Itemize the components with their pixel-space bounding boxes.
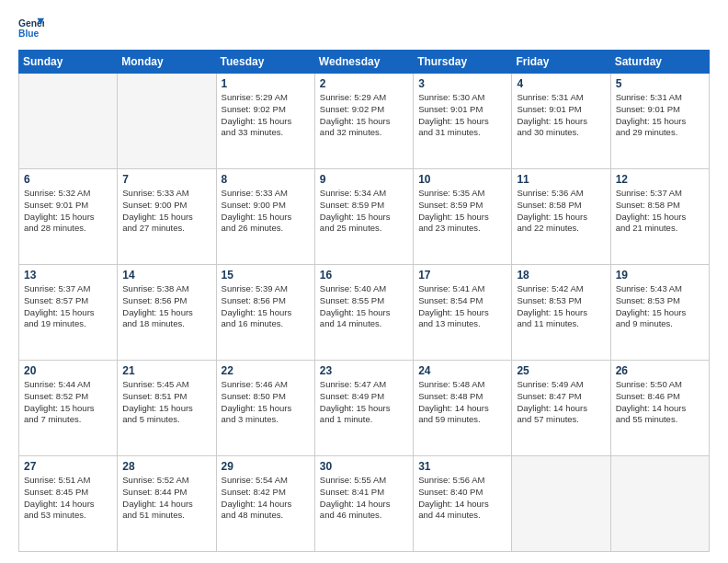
day-number: 4	[517, 77, 605, 90]
day-info: Sunrise: 5:29 AM Sunset: 9:02 PM Dayligh…	[222, 92, 310, 139]
day-info: Sunrise: 5:50 AM Sunset: 8:46 PM Dayligh…	[616, 379, 704, 426]
day-number: 24	[418, 364, 506, 377]
day-number: 27	[24, 460, 112, 473]
day-info: Sunrise: 5:43 AM Sunset: 8:53 PM Dayligh…	[616, 283, 704, 330]
calendar-cell: 24Sunrise: 5:48 AM Sunset: 8:48 PM Dayli…	[414, 361, 512, 456]
day-number: 8	[222, 173, 310, 186]
page: General Blue SundayMondayTuesdayWednesda…	[0, 0, 728, 563]
calendar-cell: 2Sunrise: 5:29 AM Sunset: 9:02 PM Daylig…	[314, 74, 413, 169]
day-info: Sunrise: 5:32 AM Sunset: 9:01 PM Dayligh…	[24, 188, 112, 235]
day-number: 10	[418, 173, 506, 186]
calendar-cell: 8Sunrise: 5:33 AM Sunset: 9:00 PM Daylig…	[216, 169, 314, 265]
calendar-cell: 14Sunrise: 5:38 AM Sunset: 8:56 PM Dayli…	[118, 265, 216, 361]
day-info: Sunrise: 5:30 AM Sunset: 9:01 PM Dayligh…	[418, 92, 506, 139]
calendar-cell: 4Sunrise: 5:31 AM Sunset: 9:01 PM Daylig…	[512, 74, 610, 169]
calendar-cell	[512, 456, 610, 552]
calendar-cell: 15Sunrise: 5:39 AM Sunset: 8:56 PM Dayli…	[216, 265, 314, 361]
day-info: Sunrise: 5:56 AM Sunset: 8:40 PM Dayligh…	[418, 475, 506, 522]
calendar-cell: 7Sunrise: 5:33 AM Sunset: 9:00 PM Daylig…	[118, 169, 216, 265]
day-number: 17	[418, 269, 506, 282]
day-number: 25	[517, 364, 605, 377]
day-info: Sunrise: 5:33 AM Sunset: 9:00 PM Dayligh…	[222, 188, 310, 235]
day-info: Sunrise: 5:38 AM Sunset: 8:56 PM Dayligh…	[122, 283, 210, 330]
day-number: 20	[24, 364, 112, 377]
weekday-header-thursday: Thursday	[414, 51, 512, 74]
day-number: 28	[122, 460, 210, 473]
calendar-cell: 21Sunrise: 5:45 AM Sunset: 8:51 PM Dayli…	[118, 361, 216, 456]
day-number: 3	[418, 77, 506, 90]
day-number: 18	[517, 269, 605, 282]
day-info: Sunrise: 5:31 AM Sunset: 9:01 PM Dayligh…	[517, 92, 605, 139]
day-info: Sunrise: 5:45 AM Sunset: 8:51 PM Dayligh…	[122, 379, 210, 426]
svg-text:Blue: Blue	[18, 29, 40, 39]
calendar-cell: 11Sunrise: 5:36 AM Sunset: 8:58 PM Dayli…	[512, 169, 610, 265]
day-info: Sunrise: 5:51 AM Sunset: 8:45 PM Dayligh…	[24, 475, 112, 522]
calendar-cell: 18Sunrise: 5:42 AM Sunset: 8:53 PM Dayli…	[512, 265, 610, 361]
weekday-header-friday: Friday	[512, 51, 610, 74]
day-info: Sunrise: 5:54 AM Sunset: 8:42 PM Dayligh…	[222, 475, 310, 522]
calendar-cell: 31Sunrise: 5:56 AM Sunset: 8:40 PM Dayli…	[414, 456, 512, 552]
day-info: Sunrise: 5:40 AM Sunset: 8:55 PM Dayligh…	[320, 283, 408, 330]
day-info: Sunrise: 5:52 AM Sunset: 8:44 PM Dayligh…	[122, 475, 210, 522]
calendar-cell: 27Sunrise: 5:51 AM Sunset: 8:45 PM Dayli…	[19, 456, 118, 552]
weekday-header-sunday: Sunday	[19, 51, 118, 74]
day-number: 16	[320, 269, 408, 282]
calendar-cell: 5Sunrise: 5:31 AM Sunset: 9:01 PM Daylig…	[610, 74, 709, 169]
week-row-3: 20Sunrise: 5:44 AM Sunset: 8:52 PM Dayli…	[19, 361, 710, 456]
day-number: 1	[222, 77, 310, 90]
calendar-cell: 9Sunrise: 5:34 AM Sunset: 8:59 PM Daylig…	[314, 169, 413, 265]
weekday-header-row: SundayMondayTuesdayWednesdayThursdayFrid…	[19, 51, 710, 74]
day-info: Sunrise: 5:31 AM Sunset: 9:01 PM Dayligh…	[616, 92, 704, 139]
day-number: 19	[616, 269, 704, 282]
day-number: 31	[418, 460, 506, 473]
day-info: Sunrise: 5:48 AM Sunset: 8:48 PM Dayligh…	[418, 379, 506, 426]
calendar-cell: 1Sunrise: 5:29 AM Sunset: 9:02 PM Daylig…	[216, 74, 314, 169]
calendar-cell: 17Sunrise: 5:41 AM Sunset: 8:54 PM Dayli…	[414, 265, 512, 361]
day-number: 22	[222, 364, 310, 377]
week-row-4: 27Sunrise: 5:51 AM Sunset: 8:45 PM Dayli…	[19, 456, 710, 552]
day-info: Sunrise: 5:55 AM Sunset: 8:41 PM Dayligh…	[320, 475, 408, 522]
weekday-header-monday: Monday	[118, 51, 216, 74]
weekday-header-tuesday: Tuesday	[216, 51, 314, 74]
week-row-0: 1Sunrise: 5:29 AM Sunset: 9:02 PM Daylig…	[19, 74, 710, 169]
day-number: 6	[24, 173, 112, 186]
day-info: Sunrise: 5:29 AM Sunset: 9:02 PM Dayligh…	[320, 92, 408, 139]
day-info: Sunrise: 5:44 AM Sunset: 8:52 PM Dayligh…	[24, 379, 112, 426]
day-info: Sunrise: 5:49 AM Sunset: 8:47 PM Dayligh…	[517, 379, 605, 426]
day-info: Sunrise: 5:35 AM Sunset: 8:59 PM Dayligh…	[418, 188, 506, 235]
calendar-cell: 26Sunrise: 5:50 AM Sunset: 8:46 PM Dayli…	[610, 361, 709, 456]
calendar-cell: 28Sunrise: 5:52 AM Sunset: 8:44 PM Dayli…	[118, 456, 216, 552]
calendar-cell	[118, 74, 216, 169]
calendar-cell: 3Sunrise: 5:30 AM Sunset: 9:01 PM Daylig…	[414, 74, 512, 169]
day-info: Sunrise: 5:33 AM Sunset: 9:00 PM Dayligh…	[122, 188, 210, 235]
day-info: Sunrise: 5:36 AM Sunset: 8:58 PM Dayligh…	[517, 188, 605, 235]
day-info: Sunrise: 5:41 AM Sunset: 8:54 PM Dayligh…	[418, 283, 506, 330]
calendar-cell: 29Sunrise: 5:54 AM Sunset: 8:42 PM Dayli…	[216, 456, 314, 552]
calendar-cell: 23Sunrise: 5:47 AM Sunset: 8:49 PM Dayli…	[314, 361, 413, 456]
day-number: 2	[320, 77, 408, 90]
day-info: Sunrise: 5:42 AM Sunset: 8:53 PM Dayligh…	[517, 283, 605, 330]
calendar-cell: 10Sunrise: 5:35 AM Sunset: 8:59 PM Dayli…	[414, 169, 512, 265]
day-number: 15	[222, 269, 310, 282]
day-number: 7	[122, 173, 210, 186]
day-number: 9	[320, 173, 408, 186]
day-info: Sunrise: 5:39 AM Sunset: 8:56 PM Dayligh…	[222, 283, 310, 330]
day-number: 13	[24, 269, 112, 282]
day-number: 26	[616, 364, 704, 377]
day-info: Sunrise: 5:46 AM Sunset: 8:50 PM Dayligh…	[222, 379, 310, 426]
calendar-cell: 19Sunrise: 5:43 AM Sunset: 8:53 PM Dayli…	[610, 265, 709, 361]
day-info: Sunrise: 5:47 AM Sunset: 8:49 PM Dayligh…	[320, 379, 408, 426]
logo-icon: General Blue	[18, 15, 44, 40]
day-number: 29	[222, 460, 310, 473]
day-info: Sunrise: 5:34 AM Sunset: 8:59 PM Dayligh…	[320, 188, 408, 235]
day-number: 5	[616, 77, 704, 90]
weekday-header-saturday: Saturday	[610, 51, 709, 74]
day-number: 12	[616, 173, 704, 186]
calendar-cell: 12Sunrise: 5:37 AM Sunset: 8:58 PM Dayli…	[610, 169, 709, 265]
week-row-1: 6Sunrise: 5:32 AM Sunset: 9:01 PM Daylig…	[19, 169, 710, 265]
day-info: Sunrise: 5:37 AM Sunset: 8:57 PM Dayligh…	[24, 283, 112, 330]
week-row-2: 13Sunrise: 5:37 AM Sunset: 8:57 PM Dayli…	[19, 265, 710, 361]
weekday-header-wednesday: Wednesday	[314, 51, 413, 74]
day-number: 11	[517, 173, 605, 186]
calendar-cell: 13Sunrise: 5:37 AM Sunset: 8:57 PM Dayli…	[19, 265, 118, 361]
